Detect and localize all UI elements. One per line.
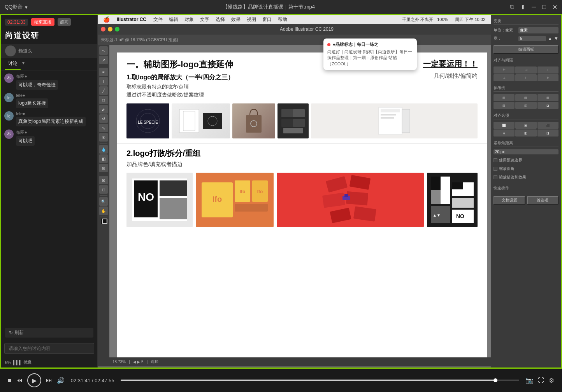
- tool-mesh[interactable]: ⊞: [99, 164, 108, 172]
- progress-bar[interactable]: [121, 380, 519, 381]
- tool-eyedrop[interactable]: 💧: [99, 145, 108, 154]
- prev-button[interactable]: ⏮: [16, 377, 23, 384]
- tool-select[interactable]: ↖: [99, 46, 108, 55]
- guide-6[interactable]: ◪: [537, 102, 558, 109]
- menu-help[interactable]: 帮助: [275, 16, 290, 23]
- tool-blend[interactable]: ⑧: [99, 133, 108, 142]
- menu-edit[interactable]: 编辑: [166, 16, 181, 23]
- guide-4[interactable]: ▥: [494, 102, 515, 109]
- stroke-color[interactable]: [102, 219, 107, 224]
- settings-icon[interactable]: ⚙: [549, 377, 554, 384]
- align-left[interactable]: ⊢: [494, 66, 515, 74]
- match-1[interactable]: ⬜: [494, 122, 515, 129]
- channel-left: 频道头: [5, 46, 32, 56]
- tool-zoom[interactable]: 🔍: [99, 197, 108, 206]
- guide-5[interactable]: ◫: [515, 102, 536, 109]
- notif-header: ●品牌标志｜每日一练之: [327, 42, 413, 47]
- minimize-dot[interactable]: [108, 27, 112, 32]
- img-red-scattered: [277, 173, 424, 227]
- pip-icon[interactable]: ⧉: [510, 4, 514, 10]
- tab-discuss[interactable]: 讨论: [5, 58, 21, 70]
- quick-actions-row: 文档设置 首选项: [494, 196, 558, 205]
- divider-1: |: [129, 360, 130, 364]
- align-right[interactable]: ⊤: [537, 66, 558, 74]
- end-live-button[interactable]: 结束直播: [31, 18, 54, 26]
- checkbox-corner[interactable]: [494, 167, 497, 171]
- menu-window[interactable]: 窗口: [259, 16, 275, 23]
- align-center-v[interactable]: ⊦: [515, 74, 536, 81]
- tool-divider-4: [100, 195, 107, 196]
- dropdown-icon[interactable]: ▾: [25, 4, 28, 10]
- match-4[interactable]: ◈: [494, 130, 515, 136]
- align-top[interactable]: ⊥: [494, 74, 515, 81]
- apple-menu[interactable]: 🍎: [100, 16, 113, 23]
- minimize-icon[interactable]: ─: [532, 4, 536, 10]
- next-button[interactable]: ⏭: [46, 377, 52, 384]
- checkbox-preview[interactable]: [494, 158, 497, 162]
- share-icon[interactable]: ⬆: [520, 4, 525, 11]
- menu-object[interactable]: 对象: [181, 16, 197, 23]
- close-dot[interactable]: [101, 27, 105, 32]
- menu-effect[interactable]: 效果: [228, 16, 244, 23]
- tool-rect[interactable]: □: [99, 96, 108, 104]
- tool-gradient[interactable]: ◧: [99, 154, 108, 163]
- volume-button[interactable]: 🔊: [57, 377, 65, 384]
- refresh-button[interactable]: ↻ 刷新: [5, 328, 93, 338]
- tab-dropdown[interactable]: ▾: [21, 58, 26, 70]
- close-icon[interactable]: ✕: [552, 4, 557, 11]
- match-3[interactable]: ⬛: [537, 122, 558, 129]
- ai-canvas-area[interactable]: 一。辅助图形-logo直接延伸 1.取logo的局部放大（一半/四分之三） 取标…: [109, 45, 491, 366]
- menu-view[interactable]: 视图: [244, 16, 259, 23]
- preferences-button[interactable]: 首选项: [527, 196, 559, 205]
- menu-file[interactable]: 文件: [150, 16, 166, 23]
- checkbox-stroke[interactable]: [494, 175, 497, 179]
- tab-bar: 讨论 ▾: [1, 58, 97, 70]
- width-stepper-up[interactable]: ▲: [548, 36, 552, 41]
- match-5[interactable]: ◧: [515, 130, 536, 136]
- app-name: QQ影音: [5, 4, 23, 10]
- chat-input-area: [1, 340, 97, 357]
- menu-text[interactable]: 文字: [197, 16, 213, 23]
- tool-direct-select[interactable]: ↗: [99, 56, 108, 64]
- match-6[interactable]: ◨: [537, 130, 558, 136]
- nav-controls[interactable]: ◀ ▶ 5: [133, 360, 144, 364]
- maximize-icon[interactable]: □: [542, 4, 546, 10]
- tool-hand[interactable]: ✋: [99, 206, 108, 215]
- tool-line[interactable]: ╱: [99, 86, 108, 95]
- maximize-dot[interactable]: [115, 27, 119, 32]
- tool-slice[interactable]: ⊠: [99, 176, 108, 184]
- tool-pen[interactable]: ✒: [99, 68, 108, 76]
- tool-scale[interactable]: ⤡: [99, 124, 108, 132]
- tool-rotate[interactable]: ↺: [99, 114, 108, 123]
- play-button[interactable]: ▶: [27, 373, 41, 387]
- fullscreen-icon[interactable]: ⛶: [538, 377, 544, 384]
- stop-button[interactable]: ■: [8, 377, 12, 384]
- svg-rect-15: [402, 109, 410, 133]
- guide-3[interactable]: ▤: [537, 94, 558, 101]
- player-controls: ■ ⏮ ▶ ⏭ 🔊: [8, 373, 65, 387]
- edit-artboard-button[interactable]: 编辑画板: [494, 45, 558, 54]
- title-bar-left: QQ影音 ▾: [5, 4, 28, 10]
- screenshot-icon[interactable]: 📷: [525, 377, 533, 384]
- progress-handle[interactable]: [494, 378, 497, 382]
- width-stepper-down[interactable]: ▼: [554, 36, 558, 41]
- guide-1[interactable]: ▨: [494, 94, 515, 101]
- tool-divider-3: [100, 174, 107, 174]
- guide-2[interactable]: ▧: [515, 94, 536, 101]
- chat-input[interactable]: [4, 343, 94, 354]
- msg-name-0: 布圈●: [16, 74, 94, 79]
- align-bottom[interactable]: ⊧: [537, 74, 558, 81]
- right-properties-panel: 变换 单位：像素 像素 宽： 5 ▲ ▼ 编辑画板 对齐与间隔 ⊢ ⊣ ⊤ ⊥ …: [491, 15, 561, 368]
- tool-eraser[interactable]: ◻: [99, 185, 108, 194]
- menu-select[interactable]: 选择: [213, 16, 228, 23]
- align-center-h[interactable]: ⊣: [515, 66, 536, 74]
- document-settings-button[interactable]: 文档设置: [494, 196, 525, 205]
- match-2[interactable]: ▣: [515, 122, 536, 129]
- svg-text:Ifo: Ifo: [213, 195, 222, 203]
- tool-brush[interactable]: 🖌: [99, 105, 108, 114]
- status-cluster: 千里之外 不离开: [402, 17, 433, 23]
- tool-type[interactable]: T: [99, 77, 108, 86]
- refresh-icon: ↻: [9, 330, 13, 336]
- msg-text-0: 可以嗯，奇奇怪怪: [16, 80, 58, 90]
- panel-width-row: 宽： 5 ▲ ▼: [494, 36, 558, 41]
